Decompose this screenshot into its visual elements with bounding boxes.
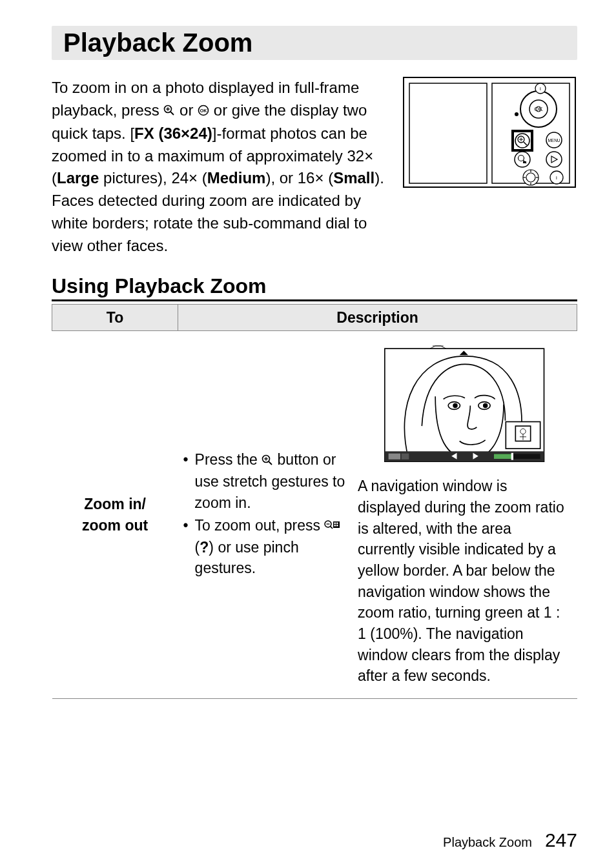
title-bar: Playback Zoom	[52, 26, 577, 60]
bullet2-text-c: ) or use pinch gestures.	[195, 539, 299, 577]
svg-rect-6	[404, 77, 575, 187]
svg-point-13	[515, 112, 518, 116]
page-number: 247	[545, 829, 577, 851]
svg-rect-25	[523, 161, 526, 163]
camera-back-icon: OK MENU i i	[403, 77, 577, 193]
zoom-in-icon	[163, 100, 175, 123]
svg-rect-49	[336, 525, 338, 527]
navigation-window-text: A navigation window is displayed during …	[358, 478, 564, 684]
list-item: Press the button or use stretch gestures…	[183, 449, 351, 514]
row-description-cell: Press the button or use stretch gestures…	[178, 331, 577, 699]
svg-rect-48	[334, 525, 336, 527]
list-item: To zoom out, press (?) or use pinch gest…	[183, 515, 351, 580]
intro-fx-label: FX (36×24)	[134, 125, 212, 142]
intro-text-2: or	[175, 101, 198, 119]
svg-point-26	[546, 152, 562, 167]
row-label-zoom: Zoom in/ zoom out	[52, 331, 178, 699]
svg-point-53	[453, 404, 457, 408]
intro-small-label: Small	[333, 169, 375, 187]
zoom-out-thumbnail-icon	[324, 516, 341, 537]
svg-point-15	[515, 134, 529, 148]
svg-line-39	[269, 461, 272, 465]
bullet2-text-a: To zoom out, press	[195, 517, 325, 534]
svg-point-55	[484, 404, 488, 408]
description-right: A navigation window is displayed during …	[358, 343, 571, 687]
feature-table: To Description Zoom in/ zoom out Press t…	[52, 304, 577, 699]
svg-point-29	[526, 173, 535, 182]
intro-section: To zoom in on a photo displayed in full-…	[52, 77, 577, 257]
section-heading: Using Playback Zoom	[52, 274, 577, 301]
svg-rect-67	[494, 454, 512, 459]
table-row: Zoom in/ zoom out Press the button or us…	[52, 331, 577, 699]
navigation-window-illustration	[384, 343, 546, 472]
row-label-line2: zoom out	[82, 517, 148, 534]
page-title: Playback Zoom	[63, 28, 566, 57]
svg-text:i: i	[556, 175, 557, 181]
row-label-line1: Zoom in/	[84, 496, 146, 512]
intro-text-5: pictures), 24× (	[99, 169, 207, 187]
svg-text:MENU: MENU	[548, 138, 560, 143]
svg-rect-46	[334, 523, 336, 525]
ok-icon: OK	[198, 100, 209, 123]
col-header-description: Description	[178, 304, 577, 331]
intro-paragraph: To zoom in on a photo displayed in full-…	[52, 77, 394, 257]
question-mark: ?	[200, 539, 209, 556]
svg-rect-68	[511, 453, 513, 460]
intro-large-label: Large	[57, 169, 99, 187]
svg-rect-62	[388, 454, 400, 459]
svg-line-1	[170, 112, 174, 115]
zoom-in-icon	[262, 450, 273, 472]
svg-rect-47	[336, 523, 338, 525]
footer-section-label: Playback Zoom	[443, 835, 532, 850]
svg-line-43	[331, 527, 333, 529]
svg-rect-63	[401, 454, 409, 459]
svg-text:i: i	[540, 86, 541, 92]
description-bullets: Press the button or use stretch gestures…	[183, 449, 351, 580]
svg-point-22	[515, 152, 530, 167]
bullet1-text-a: Press the	[195, 451, 262, 468]
intro-text-6: ), or 16× (	[265, 169, 333, 187]
intro-medium-label: Medium	[207, 169, 266, 187]
svg-text:OK: OK	[200, 108, 207, 113]
page-footer: Playback Zoom 247	[443, 829, 577, 851]
col-header-to: To	[52, 304, 178, 331]
